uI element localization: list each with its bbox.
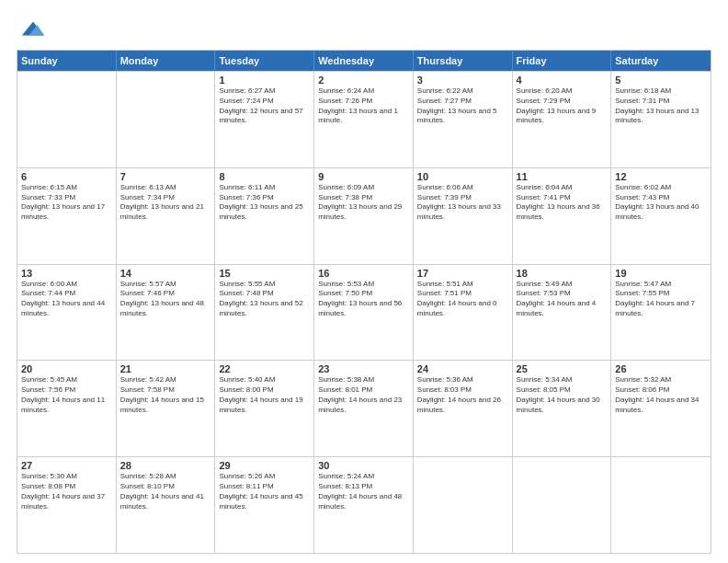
day-info: Sunrise: 5:30 AM Sunset: 8:08 PM Dayligh… (21, 472, 112, 511)
calendar-cell: 23Sunrise: 5:38 AM Sunset: 8:01 PM Dayli… (314, 361, 414, 456)
calendar-cell (611, 457, 711, 553)
day-info: Sunrise: 5:57 AM Sunset: 7:46 PM Dayligh… (120, 280, 211, 319)
calendar-cell: 27Sunrise: 5:30 AM Sunset: 8:08 PM Dayli… (17, 457, 117, 553)
calendar-cell: 17Sunrise: 5:51 AM Sunset: 7:51 PM Dayli… (414, 265, 513, 361)
day-number: 26 (615, 363, 707, 374)
day-info: Sunrise: 6:09 AM Sunset: 7:38 PM Dayligh… (318, 183, 409, 223)
calendar-cell: 20Sunrise: 5:45 AM Sunset: 7:56 PM Dayli… (17, 361, 117, 456)
calendar-week: 1Sunrise: 6:27 AM Sunset: 7:24 PM Daylig… (17, 71, 711, 167)
day-number: 5 (615, 75, 707, 86)
calendar-week: 6Sunrise: 6:15 AM Sunset: 7:33 PM Daylig… (17, 167, 711, 264)
calendar-cell: 15Sunrise: 5:55 AM Sunset: 7:48 PM Dayli… (215, 265, 314, 361)
day-info: Sunrise: 5:42 AM Sunset: 7:58 PM Dayligh… (120, 375, 211, 415)
day-number: 13 (21, 268, 112, 279)
day-number: 24 (417, 363, 508, 374)
day-info: Sunrise: 6:18 AM Sunset: 7:31 PM Dayligh… (615, 86, 707, 126)
calendar-cell: 12Sunrise: 6:02 AM Sunset: 7:43 PM Dayli… (611, 168, 711, 264)
calendar-cell: 28Sunrise: 5:28 AM Sunset: 8:10 PM Dayli… (117, 457, 216, 553)
day-number: 15 (219, 268, 310, 279)
day-info: Sunrise: 6:02 AM Sunset: 7:43 PM Dayligh… (615, 183, 707, 223)
day-number: 16 (318, 268, 409, 279)
day-info: Sunrise: 5:53 AM Sunset: 7:50 PM Dayligh… (318, 280, 409, 319)
calendar-cell: 18Sunrise: 5:49 AM Sunset: 7:53 PM Dayli… (513, 265, 612, 361)
page: SundayMondayTuesdayWednesdayThursdayFrid… (0, 0, 728, 563)
day-number: 12 (615, 171, 707, 182)
calendar-body: 1Sunrise: 6:27 AM Sunset: 7:24 PM Daylig… (17, 71, 711, 553)
day-info: Sunrise: 5:40 AM Sunset: 8:00 PM Dayligh… (219, 375, 310, 415)
day-number: 1 (219, 75, 310, 86)
calendar-cell (414, 457, 513, 553)
calendar-cell: 13Sunrise: 6:00 AM Sunset: 7:44 PM Dayli… (17, 265, 117, 361)
day-info: Sunrise: 6:15 AM Sunset: 7:33 PM Dayligh… (21, 183, 112, 223)
calendar-cell (117, 72, 216, 167)
calendar-header-cell: Thursday (414, 51, 513, 71)
day-number: 23 (318, 363, 409, 374)
calendar-cell: 14Sunrise: 5:57 AM Sunset: 7:46 PM Dayli… (117, 265, 216, 361)
day-number: 6 (21, 171, 112, 182)
day-number: 2 (318, 75, 409, 86)
calendar-cell: 2Sunrise: 6:24 AM Sunset: 7:26 PM Daylig… (314, 72, 414, 167)
calendar-header-cell: Tuesday (215, 51, 314, 71)
calendar-cell: 21Sunrise: 5:42 AM Sunset: 7:58 PM Dayli… (117, 361, 216, 456)
logo-icon (20, 17, 46, 42)
calendar-cell: 30Sunrise: 5:24 AM Sunset: 8:13 PM Dayli… (314, 457, 414, 553)
day-info: Sunrise: 5:45 AM Sunset: 7:56 PM Dayligh… (21, 375, 112, 415)
calendar-cell: 4Sunrise: 6:20 AM Sunset: 7:29 PM Daylig… (513, 72, 612, 167)
calendar-cell: 1Sunrise: 6:27 AM Sunset: 7:24 PM Daylig… (215, 72, 314, 167)
day-info: Sunrise: 6:27 AM Sunset: 7:24 PM Dayligh… (219, 86, 310, 126)
day-info: Sunrise: 5:49 AM Sunset: 7:53 PM Dayligh… (517, 280, 608, 319)
calendar-cell: 6Sunrise: 6:15 AM Sunset: 7:33 PM Daylig… (17, 168, 117, 264)
calendar-week: 27Sunrise: 5:30 AM Sunset: 8:08 PM Dayli… (17, 456, 711, 553)
calendar-header-cell: Friday (513, 51, 612, 71)
calendar-cell: 26Sunrise: 5:32 AM Sunset: 8:06 PM Dayli… (611, 361, 711, 456)
calendar-cell: 3Sunrise: 6:22 AM Sunset: 7:27 PM Daylig… (414, 72, 513, 167)
day-number: 18 (517, 268, 608, 279)
calendar-week: 20Sunrise: 5:45 AM Sunset: 7:56 PM Dayli… (17, 360, 711, 456)
calendar-cell: 11Sunrise: 6:04 AM Sunset: 7:41 PM Dayli… (513, 168, 612, 264)
day-number: 30 (318, 460, 409, 471)
calendar-header-cell: Wednesday (314, 51, 414, 71)
calendar-cell: 7Sunrise: 6:13 AM Sunset: 7:34 PM Daylig… (117, 168, 216, 264)
day-number: 7 (120, 171, 211, 182)
day-info: Sunrise: 6:13 AM Sunset: 7:34 PM Dayligh… (120, 183, 211, 223)
day-info: Sunrise: 6:24 AM Sunset: 7:26 PM Dayligh… (318, 86, 409, 126)
calendar-header-cell: Sunday (17, 51, 117, 71)
calendar-cell: 19Sunrise: 5:47 AM Sunset: 7:55 PM Dayli… (611, 265, 711, 361)
day-info: Sunrise: 6:22 AM Sunset: 7:27 PM Dayligh… (417, 86, 508, 126)
day-number: 17 (417, 268, 508, 279)
day-info: Sunrise: 5:36 AM Sunset: 8:03 PM Dayligh… (417, 375, 508, 415)
calendar-cell: 9Sunrise: 6:09 AM Sunset: 7:38 PM Daylig… (314, 168, 414, 264)
calendar-cell (513, 457, 612, 553)
day-info: Sunrise: 5:32 AM Sunset: 8:06 PM Dayligh… (615, 375, 707, 415)
calendar-header-cell: Monday (117, 51, 216, 71)
calendar: SundayMondayTuesdayWednesdayThursdayFrid… (17, 50, 711, 554)
calendar-cell: 24Sunrise: 5:36 AM Sunset: 8:03 PM Dayli… (414, 361, 513, 456)
calendar-cell: 10Sunrise: 6:06 AM Sunset: 7:39 PM Dayli… (414, 168, 513, 264)
calendar-cell: 16Sunrise: 5:53 AM Sunset: 7:50 PM Dayli… (314, 265, 414, 361)
day-number: 28 (120, 460, 211, 471)
day-info: Sunrise: 6:11 AM Sunset: 7:36 PM Dayligh… (219, 183, 310, 223)
day-number: 25 (517, 363, 608, 374)
day-number: 22 (219, 363, 310, 374)
day-number: 10 (417, 171, 508, 182)
calendar-cell: 25Sunrise: 5:34 AM Sunset: 8:05 PM Dayli… (513, 361, 612, 456)
calendar-week: 13Sunrise: 6:00 AM Sunset: 7:44 PM Dayli… (17, 264, 711, 361)
day-number: 20 (21, 363, 112, 374)
day-number: 14 (120, 268, 211, 279)
calendar-cell: 8Sunrise: 6:11 AM Sunset: 7:36 PM Daylig… (215, 168, 314, 264)
day-info: Sunrise: 6:00 AM Sunset: 7:44 PM Dayligh… (21, 280, 112, 319)
calendar-cell: 29Sunrise: 5:26 AM Sunset: 8:11 PM Dayli… (215, 457, 314, 553)
day-info: Sunrise: 5:47 AM Sunset: 7:55 PM Dayligh… (615, 280, 707, 319)
day-number: 21 (120, 363, 211, 374)
day-number: 8 (219, 171, 310, 182)
day-info: Sunrise: 5:34 AM Sunset: 8:05 PM Dayligh… (517, 375, 608, 415)
day-info: Sunrise: 5:26 AM Sunset: 8:11 PM Dayligh… (219, 472, 310, 511)
logo (17, 17, 46, 42)
day-number: 29 (219, 460, 310, 471)
calendar-header: SundayMondayTuesdayWednesdayThursdayFrid… (17, 51, 711, 71)
day-info: Sunrise: 6:06 AM Sunset: 7:39 PM Dayligh… (417, 183, 508, 223)
day-number: 3 (417, 75, 508, 86)
calendar-header-cell: Saturday (611, 51, 711, 71)
day-info: Sunrise: 5:55 AM Sunset: 7:48 PM Dayligh… (219, 280, 310, 319)
calendar-cell (17, 72, 117, 167)
